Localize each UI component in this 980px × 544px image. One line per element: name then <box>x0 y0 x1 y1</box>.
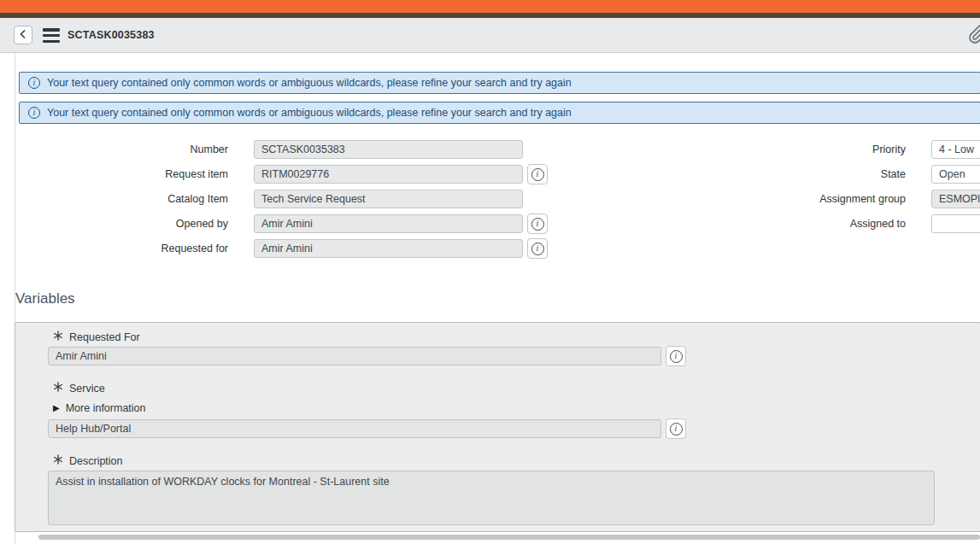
assignment-group-field: ESMOPlat <box>931 190 980 208</box>
request-item-field: RITM0029776 <box>254 165 523 184</box>
variables-panel: Requested For Amir Amini i Service ▶ Mor… <box>15 322 980 532</box>
banner-text: Your text query contained only common wo… <box>47 107 572 119</box>
paperclip-icon <box>968 32 980 47</box>
opened-by-preview-button[interactable]: i <box>527 214 548 234</box>
field-label-number: Number <box>85 140 228 159</box>
record-title-bar: SCTASK0035383 <box>0 18 980 53</box>
requested-for-field: Amir Amini <box>254 239 523 258</box>
info-circle-icon: i <box>531 168 544 181</box>
field-label-catalog-item: Catalog Item <box>85 190 228 208</box>
triangle-right-icon: ▶ <box>53 404 60 412</box>
attachments-button[interactable] <box>968 24 980 46</box>
field-label-request-item: Request item <box>85 165 228 184</box>
var-requested-for-preview-button[interactable]: i <box>666 346 686 366</box>
info-circle-icon: i <box>28 107 40 119</box>
info-circle-icon: i <box>670 350 683 363</box>
mandatory-asterisk-icon <box>53 330 63 343</box>
field-label-assigned-to: Assigned to <box>735 214 906 233</box>
opened-by-field: Amir Amini <box>254 214 523 233</box>
var-service-field: Help Hub/Portal <box>48 419 661 438</box>
horizontal-scrollbar[interactable] <box>38 535 980 540</box>
banner-text: Your text query contained only common wo… <box>47 77 572 89</box>
back-button[interactable] <box>14 26 32 44</box>
info-circle-icon: i <box>28 77 40 89</box>
requested-for-preview-button[interactable]: i <box>527 238 548 259</box>
variables-section-heading: Variables <box>15 290 75 307</box>
var-requested-for-field: Amir Amini <box>48 347 661 366</box>
mandatory-asterisk-icon <box>53 454 63 467</box>
record-title: SCTASK0035383 <box>67 18 155 53</box>
number-field: SCTASK0035383 <box>254 140 523 159</box>
variable-label-requested-for: Requested For <box>53 330 140 343</box>
variable-label-description: Description <box>53 454 123 467</box>
priority-select[interactable]: 4 - Low <box>931 140 980 159</box>
chevron-left-icon <box>19 27 27 43</box>
field-label-priority: Priority <box>735 140 906 159</box>
field-label-opened-by: Opened by <box>85 214 228 233</box>
context-menu-button[interactable] <box>43 28 60 43</box>
field-label-assignment-group: Assignment group <box>735 190 906 208</box>
var-description-textarea: Assist in installation of WORKDAY clocks… <box>48 471 935 525</box>
field-label-requested-for: Requested for <box>85 239 228 258</box>
more-information-toggle[interactable]: ▶ More information <box>53 402 146 414</box>
state-select[interactable]: Open <box>931 165 980 184</box>
request-item-preview-button[interactable]: i <box>527 164 548 184</box>
field-label-state: State <box>735 165 906 184</box>
info-circle-icon: i <box>531 218 544 231</box>
var-service-preview-button[interactable]: i <box>666 418 686 439</box>
assigned-to-field[interactable] <box>931 214 980 233</box>
search-warning-banner: i Your text query contained only common … <box>19 72 980 94</box>
mandatory-asterisk-icon <box>53 382 63 395</box>
search-warning-banner: i Your text query contained only common … <box>19 102 980 124</box>
info-circle-icon: i <box>670 423 683 436</box>
sctask-record-screen: SCTASK0035383 i Your text query containe… <box>0 0 980 544</box>
info-circle-icon: i <box>531 243 544 255</box>
top-brand-bar <box>0 0 980 13</box>
catalog-item-field: Tech Service Request <box>254 190 523 208</box>
variable-label-service: Service <box>53 382 105 395</box>
hamburger-icon <box>43 28 60 43</box>
